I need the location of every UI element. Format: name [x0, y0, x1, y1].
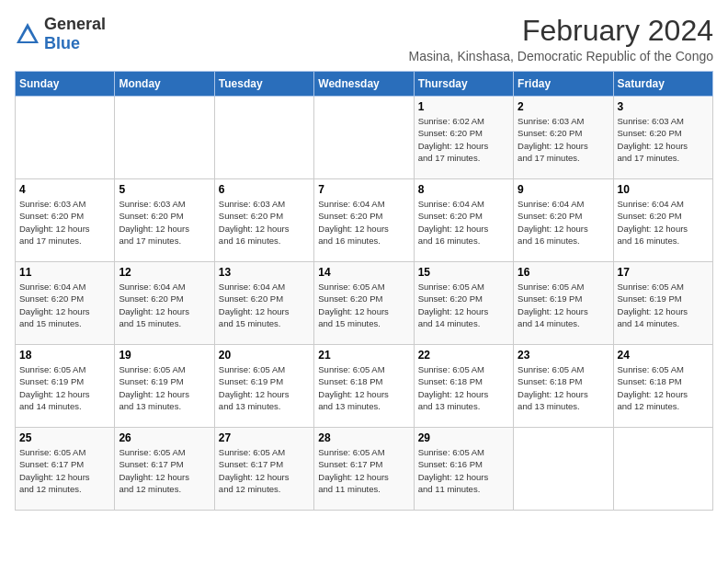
logo: General Blue: [15, 15, 106, 53]
column-header-monday: Monday: [115, 72, 214, 97]
day-number: 8: [418, 183, 509, 196]
day-info: Sunrise: 6:05 AMSunset: 6:18 PMDaylight:…: [418, 363, 509, 412]
calendar-cell: 27Sunrise: 6:05 AMSunset: 6:17 PMDayligh…: [214, 428, 313, 511]
calendar-cell: 17Sunrise: 6:05 AMSunset: 6:19 PMDayligh…: [613, 262, 712, 345]
day-info: Sunrise: 6:05 AMSunset: 6:18 PMDaylight:…: [318, 363, 409, 412]
calendar-cell: [613, 428, 712, 511]
day-number: 17: [618, 266, 709, 279]
day-number: 23: [518, 349, 609, 362]
calendar-cell: 22Sunrise: 6:05 AMSunset: 6:18 PMDayligh…: [414, 345, 513, 428]
day-number: 29: [418, 431, 509, 444]
day-info: Sunrise: 6:05 AMSunset: 6:19 PMDaylight:…: [119, 363, 210, 412]
calendar-cell: 20Sunrise: 6:05 AMSunset: 6:19 PMDayligh…: [214, 345, 313, 428]
day-info: Sunrise: 6:04 AMSunset: 6:20 PMDaylight:…: [19, 281, 110, 329]
day-info: Sunrise: 6:05 AMSunset: 6:19 PMDaylight:…: [219, 363, 310, 412]
day-info: Sunrise: 6:04 AMSunset: 6:20 PMDaylight:…: [618, 198, 709, 247]
calendar-cell: 11Sunrise: 6:04 AMSunset: 6:20 PMDayligh…: [16, 262, 115, 345]
day-info: Sunrise: 6:05 AMSunset: 6:19 PMDaylight:…: [518, 281, 609, 329]
day-number: 4: [19, 183, 110, 196]
calendar-table: SundayMondayTuesdayWednesdayThursdayFrid…: [15, 71, 713, 511]
calendar-cell: 29Sunrise: 6:05 AMSunset: 6:16 PMDayligh…: [414, 428, 513, 511]
day-info: Sunrise: 6:05 AMSunset: 6:20 PMDaylight:…: [418, 281, 509, 329]
calendar-cell: 26Sunrise: 6:05 AMSunset: 6:17 PMDayligh…: [115, 428, 214, 511]
day-info: Sunrise: 6:05 AMSunset: 6:19 PMDaylight:…: [618, 281, 709, 329]
calendar-week-2: 4Sunrise: 6:03 AMSunset: 6:20 PMDaylight…: [16, 179, 713, 262]
day-number: 3: [618, 100, 709, 113]
day-number: 24: [618, 349, 709, 362]
title-block: February 2024 Masina, Kinshasa, Democrat…: [408, 15, 713, 63]
logo-text: General Blue: [44, 15, 106, 53]
column-header-friday: Friday: [514, 72, 613, 97]
day-number: 10: [618, 183, 709, 196]
column-header-saturday: Saturday: [613, 72, 712, 97]
day-number: 20: [219, 349, 310, 362]
calendar-cell: 23Sunrise: 6:05 AMSunset: 6:18 PMDayligh…: [514, 345, 613, 428]
calendar-cell: 10Sunrise: 6:04 AMSunset: 6:20 PMDayligh…: [613, 179, 712, 262]
subtitle: Masina, Kinshasa, Democratic Republic of…: [408, 49, 713, 63]
day-info: Sunrise: 6:05 AMSunset: 6:20 PMDaylight:…: [318, 281, 409, 329]
day-info: Sunrise: 6:05 AMSunset: 6:18 PMDaylight:…: [618, 363, 709, 412]
day-info: Sunrise: 6:04 AMSunset: 6:20 PMDaylight:…: [119, 281, 210, 329]
calendar-cell: 16Sunrise: 6:05 AMSunset: 6:19 PMDayligh…: [514, 262, 613, 345]
calendar-cell: 7Sunrise: 6:04 AMSunset: 6:20 PMDaylight…: [314, 179, 414, 262]
day-info: Sunrise: 6:03 AMSunset: 6:20 PMDaylight:…: [119, 198, 210, 247]
calendar-week-1: 1Sunrise: 6:02 AMSunset: 6:20 PMDaylight…: [16, 97, 713, 179]
calendar-week-3: 11Sunrise: 6:04 AMSunset: 6:20 PMDayligh…: [16, 262, 713, 345]
calendar-cell: [514, 428, 613, 511]
calendar-cell: 9Sunrise: 6:04 AMSunset: 6:20 PMDaylight…: [514, 179, 613, 262]
column-header-wednesday: Wednesday: [314, 72, 414, 97]
day-info: Sunrise: 6:03 AMSunset: 6:20 PMDaylight:…: [618, 115, 709, 164]
calendar-cell: 25Sunrise: 6:05 AMSunset: 6:17 PMDayligh…: [16, 428, 115, 511]
calendar-cell: 8Sunrise: 6:04 AMSunset: 6:20 PMDaylight…: [414, 179, 513, 262]
day-info: Sunrise: 6:03 AMSunset: 6:20 PMDaylight:…: [518, 115, 609, 164]
calendar-cell: 19Sunrise: 6:05 AMSunset: 6:19 PMDayligh…: [115, 345, 214, 428]
day-info: Sunrise: 6:05 AMSunset: 6:17 PMDaylight:…: [318, 446, 409, 495]
day-number: 16: [518, 266, 609, 279]
calendar-cell: [16, 97, 115, 179]
day-number: 21: [318, 349, 409, 362]
column-header-tuesday: Tuesday: [214, 72, 313, 97]
calendar-cell: 18Sunrise: 6:05 AMSunset: 6:19 PMDayligh…: [16, 345, 115, 428]
calendar-week-4: 18Sunrise: 6:05 AMSunset: 6:19 PMDayligh…: [16, 345, 713, 428]
calendar-cell: 4Sunrise: 6:03 AMSunset: 6:20 PMDaylight…: [16, 179, 115, 262]
logo-blue: Blue: [44, 34, 80, 52]
day-info: Sunrise: 6:04 AMSunset: 6:20 PMDaylight:…: [219, 281, 310, 329]
calendar-cell: 24Sunrise: 6:05 AMSunset: 6:18 PMDayligh…: [613, 345, 712, 428]
day-info: Sunrise: 6:04 AMSunset: 6:20 PMDaylight:…: [318, 198, 409, 247]
calendar-cell: 3Sunrise: 6:03 AMSunset: 6:20 PMDaylight…: [613, 97, 712, 179]
calendar-cell: 28Sunrise: 6:05 AMSunset: 6:17 PMDayligh…: [314, 428, 414, 511]
day-info: Sunrise: 6:05 AMSunset: 6:17 PMDaylight:…: [219, 446, 310, 495]
day-number: 11: [19, 266, 110, 279]
day-info: Sunrise: 6:05 AMSunset: 6:16 PMDaylight:…: [418, 446, 509, 495]
day-number: 25: [19, 431, 110, 444]
day-info: Sunrise: 6:05 AMSunset: 6:17 PMDaylight:…: [19, 446, 110, 495]
day-info: Sunrise: 6:05 AMSunset: 6:19 PMDaylight:…: [19, 363, 110, 412]
column-header-thursday: Thursday: [414, 72, 513, 97]
calendar-cell: 12Sunrise: 6:04 AMSunset: 6:20 PMDayligh…: [115, 262, 214, 345]
day-number: 12: [119, 266, 210, 279]
calendar-cell: 21Sunrise: 6:05 AMSunset: 6:18 PMDayligh…: [314, 345, 414, 428]
day-number: 15: [418, 266, 509, 279]
day-number: 5: [119, 183, 210, 196]
day-number: 28: [318, 431, 409, 444]
logo-general: General: [44, 15, 106, 33]
day-number: 9: [518, 183, 609, 196]
calendar-cell: [314, 97, 414, 179]
main-title: February 2024: [408, 15, 713, 47]
day-info: Sunrise: 6:02 AMSunset: 6:20 PMDaylight:…: [418, 115, 509, 164]
day-number: 22: [418, 349, 509, 362]
calendar-cell: 13Sunrise: 6:04 AMSunset: 6:20 PMDayligh…: [214, 262, 313, 345]
day-info: Sunrise: 6:04 AMSunset: 6:20 PMDaylight:…: [518, 198, 609, 247]
calendar-header-row: SundayMondayTuesdayWednesdayThursdayFrid…: [16, 72, 713, 97]
calendar-cell: 6Sunrise: 6:03 AMSunset: 6:20 PMDaylight…: [214, 179, 313, 262]
page-header: General Blue February 2024 Masina, Kinsh…: [15, 15, 713, 63]
day-number: 18: [19, 349, 110, 362]
day-number: 6: [219, 183, 310, 196]
calendar-week-5: 25Sunrise: 6:05 AMSunset: 6:17 PMDayligh…: [16, 428, 713, 511]
day-info: Sunrise: 6:03 AMSunset: 6:20 PMDaylight:…: [19, 198, 110, 247]
column-header-sunday: Sunday: [16, 72, 115, 97]
day-info: Sunrise: 6:03 AMSunset: 6:20 PMDaylight:…: [219, 198, 310, 247]
day-number: 1: [418, 100, 509, 113]
logo-icon: [15, 21, 40, 47]
calendar-cell: 1Sunrise: 6:02 AMSunset: 6:20 PMDaylight…: [414, 97, 513, 179]
